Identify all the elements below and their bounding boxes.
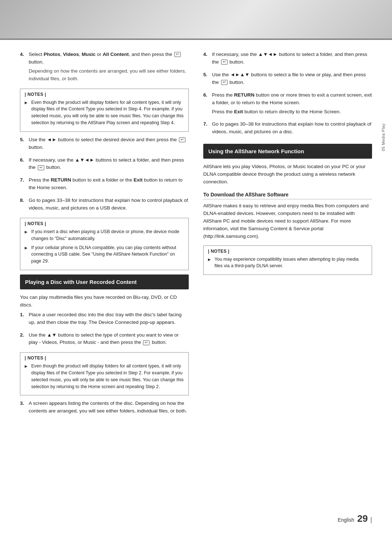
notes-text-3-1: Even though the product will display fol… [31,363,184,390]
step-4-photos: Photos [44,52,60,57]
sub-step-3-text: A screen appears listing the contents of… [29,400,189,415]
step-6-content: If necessary, use the ▲▼◄► buttons to se… [29,156,189,173]
notes-item-4-1: ▶ You may experience compatibility issue… [208,256,367,270]
notes-box-3: | NOTES | ▶ Even though the product will… [20,352,189,395]
arrow-icon-1: ▶ [25,100,29,126]
step-8-text: Go to pages 33–38 for instructions that … [29,197,189,212]
step-num-7-r: 7. [203,121,210,137]
step-5-right: 5. Use the ◄►▲▼ buttons to select a file… [203,71,372,88]
section1-intro: You can play multimedia files you have r… [20,294,189,309]
step-5-right-content: Use the ◄►▲▼ buttons to select a file to… [212,71,372,88]
exit-bold: Exit [134,177,143,183]
arrow-icon-2-1: ▶ [25,229,29,242]
arrow-icon-2-2: ▶ [25,245,29,265]
step-7-text: Press the RETURN button to exit a folder… [29,176,189,192]
enter-button-icon-s2 [143,340,150,345]
enter-button-icon [174,52,181,57]
step-4-videos: Videos [63,52,79,57]
step-5-content: Use the ◄► buttons to select the desired… [29,136,189,153]
step-4-sub: Depending on how the contents are arrang… [29,68,189,83]
step-num-7: 7. [20,176,26,193]
step-num-5-r: 5. [203,71,210,88]
sub-step-1-text: Place a user recorded disc into the disc… [29,311,189,326]
notes-item-3-1: ▶ Even though the product will display f… [25,363,184,390]
footer-english: English [338,517,354,523]
sub-step-num-3: 3. [20,400,26,416]
sub-step-2-content: Use the ▲▼ buttons to select the type of… [29,331,189,348]
notes-item-2-1: ▶ If you insert a disc when playing a US… [25,228,184,242]
section2-heading: Using the AllShare Network Function [203,144,372,159]
notes-title-4: | NOTES | [208,249,367,254]
step-5-left: 5. Use the ◄► buttons to select the desi… [20,136,189,153]
notes-text-2-1: If you insert a disc when playing a USB … [31,228,184,242]
step-4-allcontent: All Content [103,52,129,57]
footer-pipe: | [370,516,372,523]
step-4-right-text: If necessary, use the ▲▼◄► buttons to se… [212,51,372,66]
sub-step-2-text: Use the ▲▼ buttons to select the type of… [29,331,189,347]
section1-heading: Playing a Disc with User Recorded Conten… [20,274,189,289]
notes-text-1-1: Even though the product will display fol… [31,99,184,126]
sub-step-3: 3. A screen appears listing the contents… [20,400,189,416]
step-6-left: 6. If necessary, use the ▲▼◄► buttons to… [20,156,189,173]
step-num-4: 4. [20,51,26,84]
step-4-content: Select Photos, Videos, Music or All Cont… [29,51,189,84]
sub-step-num-2: 2. [20,331,26,348]
sub-step-2: 2. Use the ▲▼ buttons to select the type… [20,331,189,348]
arrow-icon-4-1: ▶ [208,257,212,270]
left-column: 4. Select Photos, Videos, Music or All C… [20,51,189,420]
notes-title-1: | NOTES | [25,92,184,97]
step-6-right-text: Press the RETURN button one or more time… [212,91,372,107]
exit-bold-r: Exit [234,109,243,114]
section2-sub-heading: To Download the AllShare Software [203,192,372,199]
step-6-right-content: Press the RETURN button one or more time… [212,91,372,117]
enter-button-icon-5 [179,137,185,142]
step-6-right: 6. Press the RETURN button one or more t… [203,91,372,117]
sub-step-1-content: Place a user recorded disc into the disc… [29,311,189,328]
step-4-right-content: If necessary, use the ▲▼◄► buttons to se… [212,51,372,68]
arrow-icon-3-1: ▶ [25,363,29,390]
enter-button-icon-6 [38,165,44,170]
notes-item-2-2: ▶ If your cellular phone is DLNA compati… [25,244,184,265]
step-5-text: Use the ◄► buttons to select the desired… [29,136,189,151]
notes-text-2-2: If your cellular phone is DLNA compatibl… [31,244,184,265]
step-8-left: 8. Go to pages 33–38 for instructions th… [20,197,189,213]
notes-text-4-1: You may experience compatibility issues … [215,256,367,270]
section2-sub-intro: AllShare makes it easy to retrieve and e… [203,202,372,240]
return-bold-r: RETURN [234,92,254,98]
main-content: 4. Select Photos, Videos, Music or All C… [0,40,392,442]
notes-box-4: | NOTES | ▶ You may experience compatibi… [203,245,372,275]
step-num-8: 8. [20,197,26,213]
enter-button-icon-r5 [221,80,228,85]
step-4-text: Select Photos, Videos, Music or All Cont… [29,51,189,66]
notes-box-2: | NOTES | ▶ If you insert a disc when pl… [20,218,189,270]
side-label: 05 Media Play [381,123,385,151]
step-4-music: Music [82,52,95,57]
step-6-sub: Press the Exit button to return directly… [212,108,372,116]
enter-button-icon-r4 [221,60,228,65]
step-6-text: If necessary, use the ▲▼◄► buttons to se… [29,156,189,172]
step-8-content: Go to pages 33–38 for instructions that … [29,197,189,213]
return-bold: RETURN [51,177,71,183]
step-7-left: 7. Press the RETURN button to exit a fol… [20,176,189,193]
step-num-5: 5. [20,136,26,153]
notes-box-1: | NOTES | ▶ Even though the product will… [20,89,189,132]
sub-step-num-1: 1. [20,311,26,328]
sub-step-1: 1. Place a user recorded disc into the d… [20,311,189,328]
step-num-6: 6. [20,156,26,173]
footer-page-number: 29 [357,513,368,524]
step-7-right: 7. Go to pages 30–38 for instructions th… [203,121,372,137]
notes-item-1-1: ▶ Even though the product will display f… [25,99,184,126]
step-7-right-text: Go to pages 30–38 for instructions that … [212,121,372,136]
footer: English 29 | [338,513,372,524]
notes-title-2: | NOTES | [25,221,184,226]
step-7-right-content: Go to pages 30–38 for instructions that … [212,121,372,137]
right-column: 4. If necessary, use the ▲▼◄► buttons to… [203,51,372,420]
step-7-content: Press the RETURN button to exit a folder… [29,176,189,193]
step-5-right-text: Use the ◄►▲▼ buttons to select a file to… [212,71,372,86]
step-num-4-r: 4. [203,51,210,68]
notes-title-3: | NOTES | [25,355,184,361]
section2-intro: AllShare lets you play Videos, Photos, o… [203,163,372,186]
sub-step-3-content: A screen appears listing the contents of… [29,400,189,416]
step-4-left: 4. Select Photos, Videos, Music or All C… [20,51,189,84]
page-header [0,0,392,40]
